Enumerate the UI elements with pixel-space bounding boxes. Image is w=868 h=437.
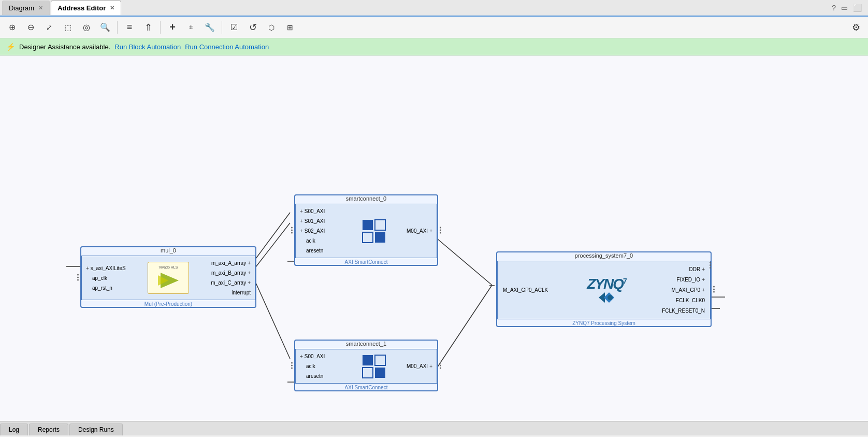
ps-block-title: processing_system7_0 <box>497 252 711 259</box>
refresh-icon: ↺ <box>249 22 257 33</box>
toolbar: ⊕ ⊖ ⤢ ⬚ ◎ 🔍 ≡ ⇑ + ⌗ 🔧 ☑ ↺ ⬡ ⊞ ⚙ <box>0 17 868 38</box>
zoom-in-button[interactable]: ⊕ <box>4 20 20 35</box>
tab-diagram[interactable]: Diagram ✕ <box>2 1 50 15</box>
gear-icon: ⚙ <box>852 22 860 33</box>
processing-system-block[interactable]: processing_system7_0 M_AXI_GP0_ACLK ZYNQ… <box>496 251 712 327</box>
smartconnect0-block[interactable]: smartconnect_0 +S00_AXI +S01_AXI +S02_AX… <box>294 194 438 266</box>
port-row: interrupt <box>194 290 251 295</box>
fit-button[interactable]: ⤢ <box>41 20 57 35</box>
svg-rect-16 <box>375 232 385 243</box>
tab-diagram-close[interactable]: ✕ <box>38 5 43 11</box>
validate-button[interactable]: ☑ <box>226 20 242 35</box>
port-row: m_axi_B_array + <box>194 270 251 276</box>
select-button[interactable]: ⬚ <box>60 20 76 35</box>
add-button[interactable]: + <box>165 20 180 35</box>
sc1-block-subtitle: AXI SmartConnect <box>295 385 437 390</box>
tab-address-editor[interactable]: Address Editor ✕ <box>51 1 121 15</box>
connect-icon: ⌗ <box>189 23 193 32</box>
svg-point-23 <box>607 295 613 300</box>
wrench-button[interactable]: 🔧 <box>202 20 218 35</box>
tab-bar: Diagram ✕ Address Editor ✕ ? ▭ ⬜ <box>0 0 868 17</box>
align-h-button[interactable]: ⇑ <box>140 20 156 35</box>
sep1 <box>117 21 118 34</box>
wrench-icon: 🔧 <box>205 22 215 32</box>
bottom-tab-log[interactable]: Log <box>0 424 28 435</box>
sc0-block-title: smartconnect_0 <box>295 195 437 202</box>
tab-right-icons: ? ▭ ⬜ <box>832 4 866 12</box>
designer-bar-text: Designer Assistance available. <box>19 43 110 51</box>
zoom-out-icon: ⊖ <box>27 22 34 32</box>
svg-rect-17 <box>363 355 373 365</box>
tab-address-editor-close[interactable]: ✕ <box>110 5 114 11</box>
fit-icon: ⤢ <box>46 23 52 32</box>
search-button[interactable]: 🔍 <box>97 20 113 35</box>
mul-block-title: mul_0 <box>81 247 255 253</box>
svg-line-4 <box>435 285 492 371</box>
sep3 <box>222 21 222 34</box>
target-button[interactable]: ◎ <box>79 20 94 35</box>
smartconnect1-block[interactable]: smartconnect_1 +S00_AXI aclk aresetn <box>294 340 438 391</box>
maximize-icon[interactable]: ⬜ <box>853 4 862 12</box>
search-icon: 🔍 <box>100 22 110 32</box>
designer-bar: ⚡ Designer Assistance available. Run Blo… <box>0 38 868 55</box>
sep2 <box>160 21 161 34</box>
restore-icon[interactable]: ▭ <box>841 4 848 12</box>
bottom-tabs: Log Reports Design Runs <box>0 421 868 435</box>
ps-block-subtitle: ZYNQ7 Processing System <box>497 320 711 326</box>
svg-line-2 <box>254 278 290 359</box>
align-v-icon: ≡ <box>127 22 133 33</box>
lightning-icon: ⚡ <box>6 43 15 51</box>
port-row: ap_rst_n <box>86 285 143 291</box>
diagram-canvas: mul_0 + s_axi_AXILiteS ap_clk ap_rst_n <box>0 55 868 421</box>
port-row: m_axi_A_array + <box>194 260 251 266</box>
connect-button[interactable]: ⌗ <box>183 20 199 35</box>
zoom-out-button[interactable]: ⊖ <box>23 20 38 35</box>
tab-address-editor-label: Address Editor <box>57 4 106 12</box>
settings-button[interactable]: ⚙ <box>848 20 864 35</box>
svg-rect-15 <box>363 232 373 243</box>
bottom-tab-reports[interactable]: Reports <box>29 424 68 435</box>
snap-button[interactable]: ⊞ <box>282 20 298 35</box>
refresh-button[interactable]: ↺ <box>245 20 261 35</box>
svg-line-0 <box>254 213 290 261</box>
svg-rect-19 <box>363 368 373 378</box>
port-row: + s_axi_AXILiteS <box>86 265 143 271</box>
svg-line-1 <box>254 223 290 270</box>
port-row: m_axi_C_array + <box>194 280 251 286</box>
add-icon: + <box>169 21 176 33</box>
select-icon: ⬚ <box>65 23 71 32</box>
drc-icon: ⬡ <box>268 23 274 32</box>
align-v-button[interactable]: ≡ <box>122 20 137 35</box>
bottom-tab-design-runs[interactable]: Design Runs <box>69 424 123 435</box>
svg-rect-20 <box>375 368 385 378</box>
snap-icon: ⊞ <box>287 23 293 32</box>
run-block-automation-link[interactable]: Run Block Automation <box>114 43 181 51</box>
svg-rect-13 <box>363 220 373 230</box>
ps-right-handle <box>710 262 711 269</box>
target-icon: ◎ <box>83 22 90 32</box>
svg-rect-18 <box>375 355 385 365</box>
svg-line-3 <box>435 237 492 285</box>
sc0-block-subtitle: AXI SmartConnect <box>295 259 437 265</box>
sc1-block-title: smartconnect_1 <box>295 341 437 347</box>
validate-icon: ☑ <box>230 22 238 32</box>
run-connection-automation-link[interactable]: Run Connection Automation <box>185 43 269 51</box>
mul-block[interactable]: mul_0 + s_axi_AXILiteS ap_clk ap_rst_n <box>80 246 256 308</box>
align-h-icon: ⇑ <box>144 22 152 33</box>
port-row: ap_clk <box>86 275 143 281</box>
drc-button[interactable]: ⬡ <box>264 20 279 35</box>
mul-block-subtitle: Mul (Pre-Production) <box>81 301 255 307</box>
tab-diagram-label: Diagram <box>9 4 34 12</box>
help-icon[interactable]: ? <box>832 4 836 12</box>
zoom-in-icon: ⊕ <box>9 22 16 32</box>
svg-rect-14 <box>375 220 385 230</box>
